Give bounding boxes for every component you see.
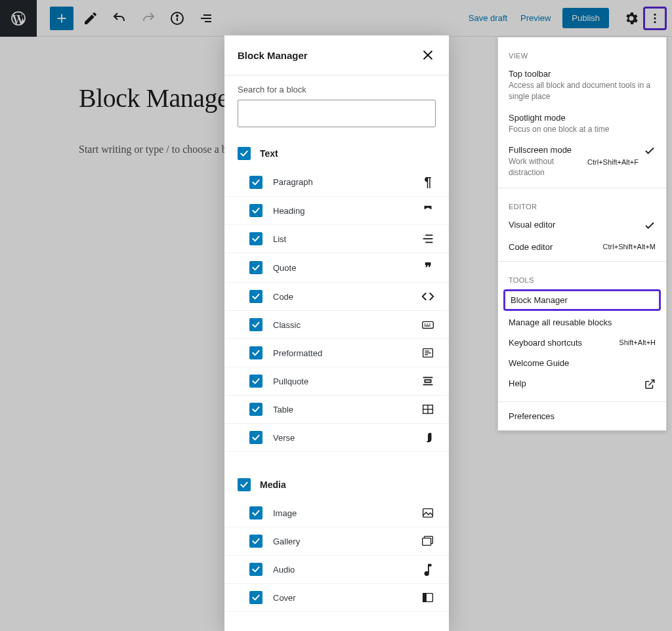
- checkbox[interactable]: [249, 403, 262, 416]
- menu-item-code-editor[interactable]: Code editor Ctrl+Shift+Alt+M: [498, 237, 666, 257]
- block-label: Code: [273, 292, 420, 302]
- block-label: Audio: [273, 565, 420, 575]
- category-name: Media: [260, 479, 286, 490]
- checkbox[interactable]: [249, 176, 262, 189]
- checkbox[interactable]: [249, 563, 262, 576]
- block-row[interactable]: Gallery: [224, 527, 449, 556]
- menu-item-subtitle: Access all block and document tools in a…: [509, 80, 656, 102]
- pullquote-icon: [420, 374, 436, 388]
- menu-item-subtitle: Work without distraction: [509, 156, 582, 178]
- checkbox[interactable]: [238, 147, 251, 160]
- checkbox[interactable]: [249, 591, 262, 604]
- category-header[interactable]: Media: [224, 470, 449, 499]
- menu-item-fullscreen[interactable]: Fullscreen mode Work without distraction…: [498, 140, 666, 184]
- block-label: List: [273, 234, 420, 244]
- dropdown-section-tools: TOOLS: [498, 266, 666, 288]
- menu-item-title: Code editor: [509, 242, 598, 252]
- separator: [498, 188, 666, 188]
- block-row[interactable]: Cover: [224, 584, 449, 612]
- gallery-icon: [420, 534, 436, 548]
- menu-item-shortcut: Shift+Alt+H: [619, 338, 656, 346]
- menu-item-subtitle: Focus on one block at a time: [509, 124, 656, 135]
- block-row[interactable]: Image: [224, 499, 449, 527]
- block-row[interactable]: Preformatted: [224, 339, 449, 367]
- modal-search-area: Search for a block: [224, 75, 449, 139]
- block-label: Verse: [273, 433, 420, 443]
- list-icon: [420, 232, 436, 246]
- block-manager-modal: Block Manager Search for a block Text Pa…: [224, 35, 449, 631]
- modal-title: Block Manager: [238, 50, 420, 61]
- checkbox[interactable]: [249, 375, 262, 388]
- more-menu-dropdown: VIEW Top toolbar Access all block and do…: [497, 37, 667, 431]
- svg-line-9: [649, 380, 654, 385]
- block-label: Table: [273, 405, 420, 415]
- menu-item-block-manager[interactable]: Block Manager: [503, 289, 661, 311]
- menu-item-title: Help: [509, 378, 639, 388]
- modal-body[interactable]: Text Paragraph ¶ Heading List Quote ❞: [224, 139, 449, 631]
- block-row[interactable]: Heading: [224, 197, 449, 225]
- block-label: Pullquote: [273, 377, 420, 386]
- menu-item-title: Welcome Guide: [509, 358, 656, 368]
- cover-icon: [420, 590, 436, 605]
- checkbox[interactable]: [249, 290, 262, 303]
- block-label: Heading: [273, 206, 420, 216]
- checkbox[interactable]: [249, 346, 262, 359]
- heading-icon: [420, 203, 436, 218]
- svg-rect-25: [425, 380, 430, 382]
- menu-item-welcome-guide[interactable]: Welcome Guide: [498, 353, 666, 373]
- modal-header: Block Manager: [224, 35, 449, 75]
- block-label: Gallery: [273, 537, 420, 546]
- paragraph-icon: ¶: [420, 174, 436, 190]
- classic-icon: [420, 317, 436, 332]
- svg-rect-32: [423, 538, 431, 545]
- block-row[interactable]: Audio: [224, 556, 449, 584]
- menu-item-visual-editor[interactable]: Visual editor: [498, 214, 666, 237]
- checkbox[interactable]: [249, 261, 262, 274]
- category-header[interactable]: Text: [224, 139, 449, 168]
- search-input[interactable]: [238, 100, 436, 127]
- checkbox[interactable]: [249, 535, 262, 548]
- separator: [498, 401, 666, 402]
- menu-item-help[interactable]: Help: [498, 373, 666, 397]
- menu-item-spotlight[interactable]: Spotlight mode Focus on one block at a t…: [498, 108, 666, 140]
- block-label: Preformatted: [273, 348, 420, 358]
- block-row[interactable]: Classic: [224, 311, 449, 339]
- checkbox[interactable]: [249, 232, 262, 245]
- svg-rect-15: [423, 321, 434, 328]
- block-row[interactable]: Code: [224, 283, 449, 311]
- dropdown-section-editor: EDITOR: [498, 192, 666, 214]
- menu-item-title: Manage all reusable blocks: [509, 317, 656, 327]
- menu-item-title: Fullscreen mode: [509, 145, 582, 155]
- block-row[interactable]: Pullquote: [224, 367, 449, 396]
- block-row[interactable]: Quote ❞: [224, 253, 449, 283]
- block-row[interactable]: Table: [224, 396, 449, 424]
- checkbox[interactable]: [249, 431, 262, 444]
- menu-item-reusable-blocks[interactable]: Manage all reusable blocks: [498, 312, 666, 333]
- menu-item-shortcut: Ctrl+Shift+Alt+M: [603, 243, 656, 251]
- menu-item-shortcut: Ctrl+Shift+Alt+F: [587, 158, 639, 166]
- menu-item-top-toolbar[interactable]: Top toolbar Access all block and documen…: [498, 64, 666, 108]
- block-row[interactable]: Verse: [224, 424, 449, 452]
- checkbox[interactable]: [249, 318, 262, 331]
- checkbox[interactable]: [249, 204, 262, 217]
- svg-rect-34: [423, 594, 427, 602]
- block-label: Image: [273, 508, 420, 518]
- block-row[interactable]: Paragraph ¶: [224, 168, 449, 197]
- check-icon: [644, 220, 656, 232]
- check-icon: [644, 145, 656, 157]
- menu-item-title: Top toolbar: [509, 69, 656, 79]
- checkbox[interactable]: [249, 506, 262, 519]
- block-row[interactable]: List: [224, 225, 449, 253]
- dropdown-section-view: VIEW: [498, 41, 666, 64]
- block-label: Classic: [273, 320, 420, 330]
- menu-item-keyboard-shortcuts[interactable]: Keyboard shortcuts Shift+Alt+H: [498, 333, 666, 353]
- block-label: Cover: [273, 593, 420, 603]
- search-label: Search for a block: [238, 85, 436, 94]
- preformatted-icon: [420, 346, 436, 360]
- menu-item-title: Visual editor: [509, 220, 639, 230]
- checkbox[interactable]: [238, 478, 251, 491]
- menu-item-preferences[interactable]: Preferences: [498, 406, 666, 426]
- separator: [498, 261, 666, 262]
- close-button[interactable]: [420, 47, 436, 63]
- quote-icon: ❞: [420, 260, 436, 275]
